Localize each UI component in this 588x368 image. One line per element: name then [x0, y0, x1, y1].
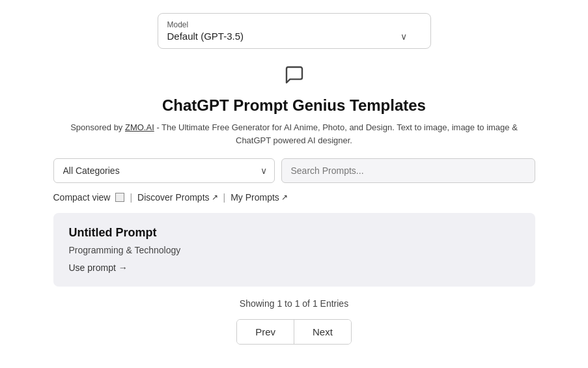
model-value: Default (GPT-3.5) — [167, 31, 244, 42]
prompt-title: Untitled Prompt — [69, 226, 520, 240]
category-select-wrapper: All Categories Programming & Technology … — [53, 158, 275, 183]
discover-prompts-link[interactable]: Discover Prompts ↗ — [137, 192, 217, 203]
separator-1: | — [130, 192, 132, 203]
search-input[interactable] — [281, 158, 535, 183]
discover-prompts-label: Discover Prompts — [137, 192, 209, 203]
model-selector-container: Model Default (GPT-3.5) ∨ — [158, 13, 431, 49]
prev-button[interactable]: Prev — [237, 320, 294, 344]
view-controls: Compact view | Discover Prompts ↗ | My P… — [53, 192, 535, 203]
use-prompt-label: Use prompt → — [69, 262, 128, 273]
entries-text: Showing 1 to 1 of 1 Entries — [240, 298, 348, 309]
prompt-category: Programming & Technology — [69, 245, 520, 255]
page-title: ChatGPT Prompt Genius Templates — [162, 96, 426, 115]
next-button[interactable]: Next — [294, 320, 351, 344]
chevron-down-icon: ∨ — [400, 31, 407, 42]
filter-row: All Categories Programming & Technology … — [53, 158, 535, 183]
chat-icon — [284, 64, 305, 90]
category-select[interactable]: All Categories Programming & Technology … — [53, 158, 275, 183]
model-label: Model — [167, 20, 407, 29]
use-prompt-link[interactable]: Use prompt → — [69, 262, 128, 273]
sponsor-link[interactable]: ZMO.AI — [125, 122, 154, 132]
sponsor-text: Sponsored by ZMO.AI - The Ultimate Free … — [60, 121, 529, 147]
prompt-card: Untitled Prompt Programming & Technology… — [53, 213, 535, 287]
compact-view-label: Compact view — [53, 192, 111, 203]
compact-view-checkbox[interactable] — [115, 193, 124, 202]
separator-2: | — [223, 192, 226, 203]
my-prompts-label: My Prompts — [231, 192, 279, 203]
external-link-icon-my-prompts: ↗ — [281, 193, 288, 202]
my-prompts-link[interactable]: My Prompts ↗ — [231, 192, 288, 203]
pagination: Prev Next — [236, 319, 352, 345]
external-link-icon-discover: ↗ — [212, 193, 218, 202]
